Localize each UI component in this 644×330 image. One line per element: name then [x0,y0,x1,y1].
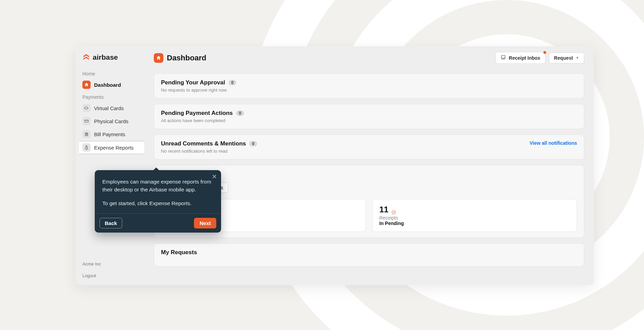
bank-icon [82,130,91,138]
nav-section-home: Home [76,68,144,78]
back-button[interactable]: Back [100,218,122,228]
pending-payment-card: Pending Payment Actions 0 All actions ha… [154,104,584,129]
page-title: Dashboard [154,53,206,63]
card-title: My Requests [161,249,577,256]
card-title: Pending Your Approval [161,79,225,86]
sidebar-item-label: Physical Cards [94,118,128,124]
header: Dashboard Receipt Inbox Request ▼ [154,52,584,64]
sidebar-item-label: Dashboard [94,82,121,88]
stat-receipts-pending: 11 Receipts In Pending [372,199,577,232]
main-content: Dashboard Receipt Inbox Request ▼ Pendin… [144,46,594,285]
sidebar-item-physical-cards[interactable]: Physical Cards [76,115,144,127]
home-icon [82,81,91,89]
sidebar-item-expense-reports[interactable]: $ Expense Reports [79,141,144,154]
sidebar-item-dashboard[interactable]: Dashboard [76,79,144,91]
attention-tabs: eipts Physical Cards [161,182,577,193]
app-window: airbase Home Dashboard Payments Virtual … [76,46,594,285]
sidebar-item-label: Bill Payments [94,131,125,137]
tooltip-footer: Back Next [95,213,221,233]
cloud-icon [82,104,91,112]
receipt-inbox-button[interactable]: Receipt Inbox [495,52,545,64]
view-all-notifications-link[interactable]: View all notifications [530,140,577,146]
home-icon [154,53,163,63]
stat-grid: sactions y Spend 11 Receipts In Pending [161,199,577,232]
company-name: Acme Inc [82,261,101,268]
brand-logo: airbase [76,53,144,68]
tooltip-text-2: To get started, click Expense Reports. [102,199,214,207]
pending-approval-card: Pending Your Approval 0 No requests to a… [154,73,584,98]
card-title: Pending Payment Actions [161,110,233,117]
brand-logo-icon [82,54,90,61]
card-subtitle: No recent notifications left to read [161,149,577,154]
sidebar-item-virtual-cards[interactable]: Virtual Cards [76,102,144,114]
request-button[interactable]: Request ▼ [549,52,584,63]
sidebar-item-label: Virtual Cards [94,105,124,111]
clock-icon [391,207,396,212]
count-badge: 0 [236,110,244,116]
nav-section-payments: Payments [76,92,144,101]
sidebar: airbase Home Dashboard Payments Virtual … [76,46,144,285]
chevron-down-icon: ▼ [576,56,579,60]
logout-link[interactable]: Logout [82,272,101,279]
svg-rect-3 [85,120,89,122]
close-icon[interactable]: ✕ [212,174,217,180]
onboarding-tooltip: ✕ Employees can manage expense reports f… [95,170,221,233]
count-badge: 0 [229,80,237,85]
sidebar-item-label: Expense Reports [94,145,134,151]
card-icon [82,117,91,125]
notification-dot-icon [543,51,546,54]
count-badge: 0 [249,141,257,146]
header-actions: Receipt Inbox Request ▼ [495,52,584,64]
sidebar-footer: Acme Inc Logout [82,261,101,279]
inbox-icon [501,55,506,61]
next-button[interactable]: Next [194,218,216,228]
unread-comments-card: Unread Comments & Mentions 0 No recent n… [154,134,584,160]
tooltip-body: Employees can manage expense reports fro… [95,170,221,213]
my-requests-card: My Requests [154,243,584,267]
card-subtitle: All actions have been completed [161,118,577,123]
money-bag-icon: $ [82,143,91,152]
tooltip-text-1: Employees can manage expense reports fro… [102,178,214,194]
card-subtitle: No requests to approve right now [161,87,577,93]
card-title: Unread Comments & Mentions [161,140,246,147]
brand-name: airbase [93,53,118,61]
sidebar-item-bill-payments[interactable]: Bill Payments [76,128,144,140]
svg-text:$: $ [86,148,87,149]
